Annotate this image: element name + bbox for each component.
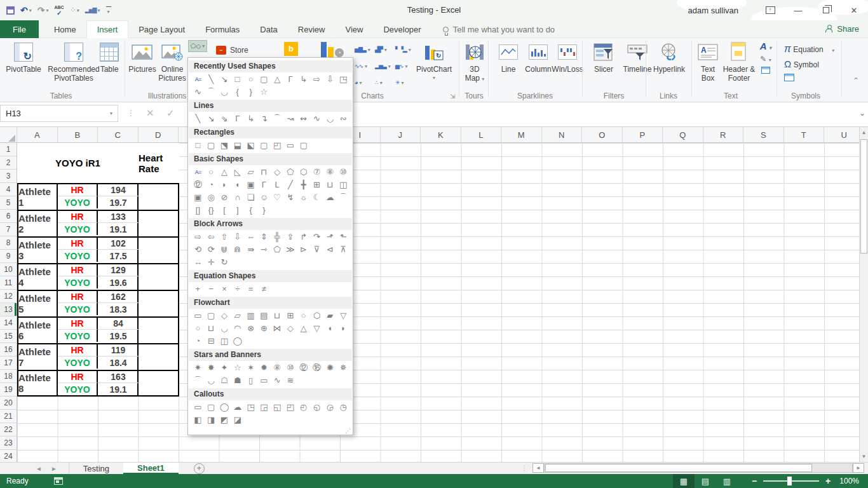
shape-icon[interactable]: □: [191, 139, 205, 152]
hr-label-cell[interactable]: HR: [58, 371, 98, 383]
shape-icon[interactable]: □: [231, 73, 244, 86]
shape-icon[interactable]: ⑦: [310, 166, 323, 179]
column-header-R[interactable]: R: [703, 127, 744, 142]
sparkline-column-button[interactable]: Column: [522, 41, 554, 74]
shape-icon[interactable]: ◶: [323, 401, 337, 414]
athlete-name-cell[interactable]: Athlete 4: [18, 264, 58, 290]
shape-icon[interactable]: ╲: [205, 73, 218, 86]
share-button[interactable]: Share: [825, 20, 859, 37]
row-header-23[interactable]: 23: [0, 437, 17, 450]
row-header-10[interactable]: 10: [0, 263, 17, 276]
shape-icon[interactable]: ▭: [284, 139, 297, 152]
tab-page-layout[interactable]: Page Layout: [128, 20, 195, 38]
shape-icon[interactable]: }: [257, 204, 271, 217]
shape-icon[interactable]: ▢: [297, 139, 310, 152]
tab-split-handle[interactable]: ⋮: [521, 464, 527, 471]
shape-icon[interactable]: ∿: [271, 374, 284, 387]
symbol-button[interactable]: Ω Symbol: [784, 58, 819, 69]
ribbon-display-options-icon[interactable]: ↑: [756, 0, 784, 20]
shape-icon[interactable]: ⑧: [271, 362, 284, 374]
select-all-corner[interactable]: [0, 127, 17, 143]
shape-icon[interactable]: ⇨: [310, 73, 323, 86]
shape-icon[interactable]: ⬔: [218, 139, 231, 152]
yoyo-value-cell[interactable]: 17.5: [98, 250, 139, 262]
row-header-4[interactable]: 4: [0, 183, 17, 196]
athlete-name-cell[interactable]: Athlete 2: [18, 211, 58, 236]
athlete-row[interactable]: Athlete 3HR102YOYO17.5: [17, 236, 179, 263]
shape-icon[interactable]: −: [205, 283, 218, 295]
shape-icon[interactable]: ⊽: [310, 243, 323, 256]
scroll-down-icon[interactable]: ▼: [860, 451, 868, 462]
chart-type-icon-4[interactable]: ∿∿▾: [355, 58, 375, 74]
shape-icon[interactable]: ÷: [231, 283, 244, 295]
wordart-icon[interactable]: A ▾: [760, 41, 771, 51]
shape-icon[interactable]: △: [218, 166, 231, 179]
sheet-tab-testing[interactable]: Testing: [69, 463, 123, 474]
row-header-7[interactable]: 7: [0, 223, 17, 236]
hr-value-cell[interactable]: 84: [98, 318, 139, 330]
row-header-11[interactable]: 11: [0, 276, 17, 290]
heart-rate-empty-cell[interactable]: [139, 238, 178, 263]
hr-label-cell[interactable]: HR: [58, 344, 98, 356]
shape-icon[interactable]: ⬠: [284, 166, 297, 179]
shape-icon[interactable]: ☁: [323, 191, 337, 204]
shape-icon[interactable]: ⬕: [244, 139, 257, 152]
shape-icon[interactable]: ◡: [205, 374, 218, 387]
column-header-M[interactable]: M: [501, 127, 542, 142]
enter-icon[interactable]: ✓: [166, 107, 175, 119]
shape-icon[interactable]: ⋈: [271, 322, 284, 335]
shape-icon[interactable]: ◰: [284, 401, 297, 414]
shape-icon[interactable]: ↻: [218, 256, 231, 269]
yoyo-value-cell[interactable]: 19.1: [98, 223, 139, 235]
yoyo-label-cell[interactable]: YOYO: [58, 196, 98, 208]
shape-icon[interactable]: ▢: [205, 139, 218, 152]
row-header-15[interactable]: 15: [0, 330, 17, 343]
shape-icon[interactable]: ⌒: [271, 112, 284, 125]
row-header-20[interactable]: 20: [0, 396, 17, 410]
zoom-slider-thumb[interactable]: [787, 477, 792, 485]
shape-icon[interactable]: ▱: [244, 166, 257, 179]
column-header-U[interactable]: U: [824, 127, 859, 142]
cell-yoyo-header[interactable]: YOYO iR1: [17, 143, 139, 183]
shape-icon[interactable]: ⇪: [284, 231, 297, 243]
shape-icon[interactable]: ⬡: [297, 166, 310, 179]
hyperlink-button[interactable]: Hyperlink: [649, 41, 689, 74]
shape-icon[interactable]: ☗: [231, 374, 244, 387]
heart-rate-empty-cell[interactable]: [139, 371, 178, 395]
shape-icon[interactable]: ∩: [231, 191, 244, 204]
shape-icon[interactable]: ╲: [191, 112, 205, 125]
bing-maps-icon[interactable]: b: [284, 42, 298, 56]
shape-icon[interactable]: ▽: [310, 322, 323, 335]
shape-icon[interactable]: ◺: [231, 166, 244, 179]
hr-value-cell[interactable]: 162: [98, 291, 139, 303]
close-icon[interactable]: ✕: [840, 0, 868, 20]
row-header-1[interactable]: 1: [0, 143, 17, 156]
chart-type-icon-8[interactable]: ∴▾: [375, 74, 395, 91]
tab-file[interactable]: File: [0, 20, 39, 38]
shape-icon[interactable]: ⑫: [297, 362, 310, 374]
pivotchart-button[interactable]: ↻ PivotChart ▾: [412, 41, 456, 83]
sheet-tab-sheet1[interactable]: Sheet1: [123, 463, 179, 474]
hr-value-cell[interactable]: 102: [98, 238, 139, 250]
shape-icon[interactable]: ◫: [218, 335, 231, 348]
shape-icon[interactable]: ✦: [218, 362, 231, 374]
shape-icon[interactable]: ↷: [310, 231, 323, 243]
hr-label-cell[interactable]: HR: [58, 291, 98, 303]
shape-icon[interactable]: ▭: [191, 309, 205, 322]
athlete-name-cell[interactable]: Athlete 1: [18, 184, 58, 210]
shape-icon[interactable]: ◰: [271, 139, 284, 152]
shapes-button[interactable]: ⬠◇▾: [188, 40, 207, 52]
shape-icon[interactable]: ⇨: [191, 231, 205, 243]
shape-icon[interactable]: ╋: [297, 179, 310, 191]
recommended-charts-icon[interactable]: ◔: [321, 41, 345, 57]
row-header-9[interactable]: 9: [0, 250, 17, 263]
shape-icon[interactable]: ⇦: [205, 231, 218, 243]
shape-icon[interactable]: ⇩: [323, 73, 337, 86]
shape-icon[interactable]: ↭: [297, 112, 310, 125]
shape-icon[interactable]: Г: [284, 73, 297, 86]
heart-rate-empty-cell[interactable]: [139, 211, 178, 236]
shape-icon[interactable]: ◖: [231, 179, 244, 191]
new-sheet-icon[interactable]: +: [194, 463, 205, 474]
zoom-out-icon[interactable]: −: [752, 476, 757, 486]
shape-icon[interactable]: ✶: [244, 362, 257, 374]
